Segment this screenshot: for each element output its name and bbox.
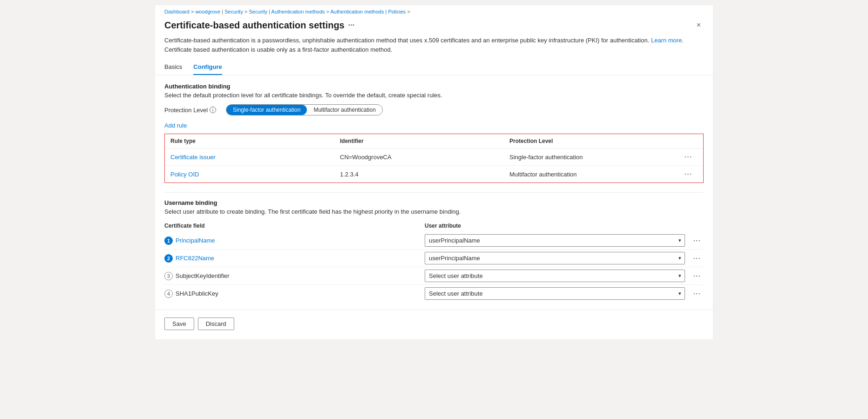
ub-col-actions bbox=[685, 223, 704, 229]
panel-ellipsis[interactable]: ··· bbox=[348, 21, 354, 29]
user-attr-select-4[interactable]: Select user attribute userPrincipalName … bbox=[425, 287, 685, 300]
ub-row-2-menu-button[interactable]: ··· bbox=[691, 253, 704, 264]
ub-col-cert-field: Certificate field bbox=[164, 223, 425, 229]
badge-3: 3 bbox=[164, 272, 173, 280]
breadcrumb-security[interactable]: Security bbox=[224, 9, 243, 14]
toggle-multi-factor[interactable]: Multifactor authentication bbox=[307, 105, 382, 115]
toggle-single-factor[interactable]: Single-factor authentication bbox=[226, 105, 307, 115]
user-attr-select-2[interactable]: userPrincipalName onPremisesUserPrincipa… bbox=[425, 252, 685, 264]
protection-level-2: Multifactor authentication bbox=[509, 171, 679, 178]
identifier-2: 1.2.3.4 bbox=[340, 171, 509, 178]
close-button[interactable]: × bbox=[694, 19, 704, 31]
rules-table: Rule type Identifier Protection Level Ce… bbox=[164, 134, 704, 183]
cert-field-4: 4 SHA1PublicKey bbox=[164, 290, 425, 298]
user-attr-select-wrapper-4: Select user attribute userPrincipalName … bbox=[425, 287, 685, 300]
panel-title-text: Certificate-based authentication setting… bbox=[164, 20, 345, 31]
learn-more-link[interactable]: Learn more. bbox=[651, 37, 684, 44]
footer-buttons: Save Discard bbox=[155, 310, 713, 330]
panel-title: Certificate-based authentication setting… bbox=[164, 20, 354, 31]
username-binding-section: Username binding Select user attribute t… bbox=[155, 199, 713, 302]
rules-table-header: Rule type Identifier Protection Level bbox=[165, 134, 703, 149]
auth-binding-section: Authentication binding Select the defaul… bbox=[155, 83, 713, 183]
col-identifier: Identifier bbox=[340, 138, 509, 144]
description-line1: Certificate-based authentication is a pa… bbox=[164, 37, 651, 44]
ub-row-2-actions: ··· bbox=[685, 253, 704, 264]
principal-name-link[interactable]: PrincipalName bbox=[176, 237, 215, 244]
panel-description: Certificate-based authentication is a pa… bbox=[155, 36, 713, 60]
tab-configure-label: Configure bbox=[193, 63, 222, 70]
breadcrumb: Dashboard > woodgrove | Security > Secur… bbox=[155, 5, 713, 16]
discard-button[interactable]: Discard bbox=[198, 318, 234, 330]
auth-binding-desc: Select the default protection level for … bbox=[164, 92, 704, 99]
protection-level-1: Single-factor authentication bbox=[509, 154, 679, 161]
ub-table-header: Certificate field User attribute bbox=[164, 221, 704, 232]
user-attr-select-wrapper-3: Select user attribute userPrincipalName … bbox=[425, 270, 685, 282]
table-row: Policy OID 1.2.3.4 Multifactor authentic… bbox=[165, 166, 703, 182]
protection-level-info-icon[interactable]: i bbox=[210, 107, 216, 113]
badge-4: 4 bbox=[164, 290, 173, 298]
list-item: 1 PrincipalName userPrincipalName onPrem… bbox=[164, 232, 704, 250]
breadcrumb-security-auth[interactable]: Security | Authentication methods bbox=[249, 9, 325, 14]
col-rule-type: Rule type bbox=[170, 138, 340, 144]
ub-row-1-menu-button[interactable]: ··· bbox=[691, 236, 704, 246]
protection-level-label: Protection Level i bbox=[164, 107, 220, 114]
col-actions-header bbox=[679, 138, 698, 144]
cert-field-2: 2 RFC822Name bbox=[164, 254, 425, 263]
list-item: 3 SubjectKeyIdentifier Select user attri… bbox=[164, 267, 704, 285]
ub-row-3-menu-button[interactable]: ··· bbox=[691, 271, 704, 281]
tab-configure[interactable]: Configure bbox=[193, 60, 222, 75]
rule-type-2[interactable]: Policy OID bbox=[170, 171, 340, 178]
list-item: 4 SHA1PublicKey Select user attribute us… bbox=[164, 285, 704, 302]
username-binding-desc: Select user attribute to create binding.… bbox=[164, 208, 704, 215]
username-binding-table: Certificate field User attribute 1 Princ… bbox=[164, 221, 704, 302]
section-divider bbox=[164, 192, 704, 193]
rule-type-1[interactable]: Certificate issuer bbox=[170, 154, 340, 161]
user-attr-select-wrapper-2: userPrincipalName onPremisesUserPrincipa… bbox=[425, 252, 685, 264]
user-attr-select-1[interactable]: userPrincipalName onPremisesUserPrincipa… bbox=[425, 234, 685, 247]
tab-bar: Basics Configure bbox=[155, 60, 713, 75]
protection-level-row: Protection Level i Single-factor authent… bbox=[164, 104, 704, 115]
badge-2: 2 bbox=[164, 254, 173, 263]
badge-1: 1 bbox=[164, 237, 173, 245]
cert-field-1: 1 PrincipalName bbox=[164, 237, 425, 245]
save-button[interactable]: Save bbox=[164, 318, 194, 330]
ub-row-4-actions: ··· bbox=[685, 289, 704, 299]
ub-row-4-menu-button[interactable]: ··· bbox=[691, 289, 704, 299]
sha1publickey-text: SHA1PublicKey bbox=[176, 290, 218, 297]
description-line2: Certificate based authentication is usab… bbox=[164, 46, 392, 53]
user-attr-select-3[interactable]: Select user attribute userPrincipalName … bbox=[425, 270, 685, 282]
username-binding-title: Username binding bbox=[164, 199, 704, 206]
rfc822name-link[interactable]: RFC822Name bbox=[176, 255, 214, 262]
list-item: 2 RFC822Name userPrincipalName onPremise… bbox=[164, 250, 704, 267]
col-protection-level: Protection Level bbox=[509, 138, 679, 144]
protection-level-text: Protection Level bbox=[164, 107, 208, 114]
tab-basics-label: Basics bbox=[164, 63, 182, 70]
breadcrumb-dashboard[interactable]: Dashboard bbox=[164, 9, 190, 14]
row-1-menu-button[interactable]: ··· bbox=[679, 152, 698, 162]
user-attr-select-wrapper-1: userPrincipalName onPremisesUserPrincipa… bbox=[425, 234, 685, 247]
breadcrumb-auth-policies[interactable]: Authentication methods | Policies bbox=[330, 9, 406, 14]
panel-header: Certificate-based authentication setting… bbox=[155, 16, 713, 36]
row-2-menu-button[interactable]: ··· bbox=[679, 169, 698, 179]
table-row: Certificate issuer CN=WoodgroveCA Single… bbox=[165, 149, 703, 166]
ub-row-1-actions: ··· bbox=[685, 236, 704, 246]
auth-binding-title: Authentication binding bbox=[164, 83, 704, 90]
identifier-1: CN=WoodgroveCA bbox=[340, 154, 509, 161]
protection-toggle-group: Single-factor authentication Multifactor… bbox=[226, 104, 383, 115]
ub-col-user-attr: User attribute bbox=[425, 223, 685, 229]
tab-basics[interactable]: Basics bbox=[164, 60, 182, 75]
subject-key-identifier-text: SubjectKeyIdentifier bbox=[176, 272, 230, 279]
breadcrumb-woodgrove[interactable]: woodgrove bbox=[195, 9, 220, 14]
ub-row-3-actions: ··· bbox=[685, 271, 704, 281]
cert-field-3: 3 SubjectKeyIdentifier bbox=[164, 272, 425, 280]
add-rule-link[interactable]: Add rule bbox=[164, 122, 187, 129]
